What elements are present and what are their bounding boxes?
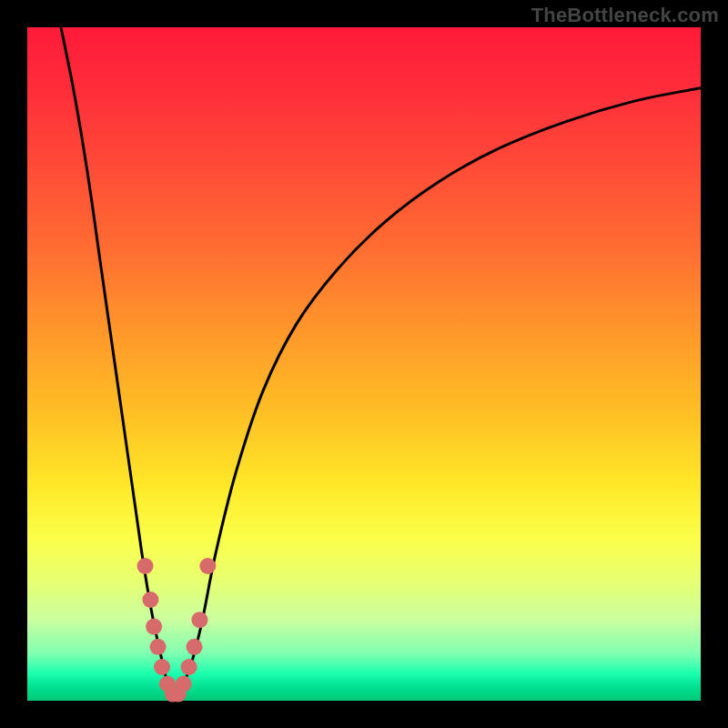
trough-marker <box>154 659 170 675</box>
trough-marker <box>176 676 192 693</box>
watermark-text: TheBottleneck.com <box>531 4 719 27</box>
trough-marker <box>187 639 203 655</box>
trough-markers <box>137 558 217 703</box>
trough-marker <box>150 639 167 655</box>
trough-marker <box>137 558 154 574</box>
curve-right <box>176 88 701 701</box>
plot-area <box>27 27 701 701</box>
curve-layer <box>27 27 701 701</box>
trough-marker <box>191 612 207 628</box>
chart-frame: TheBottleneck.com <box>0 0 728 728</box>
trough-marker <box>199 558 216 574</box>
trough-marker <box>181 659 197 675</box>
trough-marker <box>146 619 162 635</box>
trough-marker <box>142 592 158 608</box>
